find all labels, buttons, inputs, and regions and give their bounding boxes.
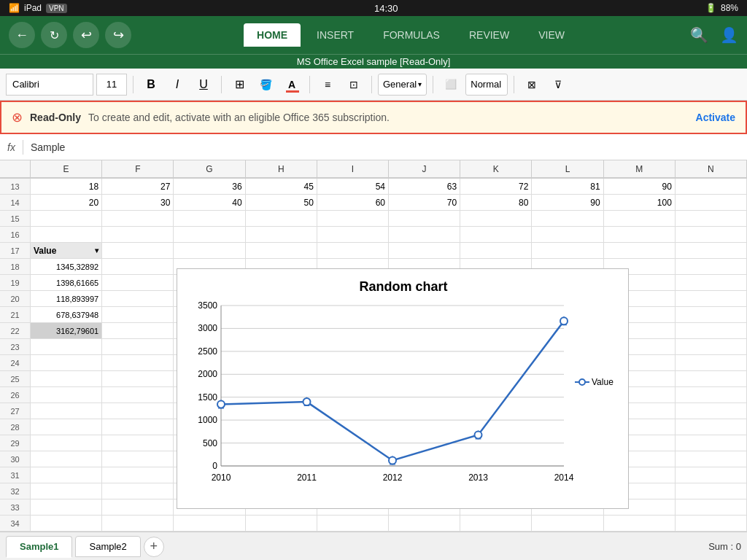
style-button[interactable]: ⬜ [439, 74, 462, 96]
col-header-m[interactable]: M [604, 160, 676, 178]
col-header-g[interactable]: G [174, 160, 245, 178]
col-header-e[interactable]: E [31, 160, 102, 178]
cell[interactable]: 50 [246, 195, 317, 211]
svg-text:Random chart: Random chart [359, 279, 447, 294]
merge-cells-button[interactable]: ⊞ [228, 74, 251, 96]
sep2 [221, 76, 222, 93]
cell[interactable]: 27 [102, 179, 174, 195]
tab-review[interactable]: REVIEW [456, 23, 522, 47]
cell[interactable]: 81 [532, 179, 603, 195]
battery-label: 88% [721, 3, 738, 13]
reload-button[interactable]: ↻ [41, 22, 67, 48]
col-header-h[interactable]: H [246, 160, 317, 178]
search-icon[interactable]: 🔍 [690, 26, 708, 44]
sep4 [371, 76, 372, 93]
svg-point-29 [217, 400, 225, 408]
cell[interactable]: 90 [532, 195, 603, 211]
svg-text:1500: 1500 [198, 392, 217, 402]
col-header-l[interactable]: L [532, 160, 603, 178]
account-icon[interactable]: 👤 [720, 26, 738, 44]
sheet-tab-sample2[interactable]: Sample2 [75, 536, 140, 557]
sep3 [309, 76, 310, 93]
chart-svg: Random chart 0 500 1000 1500 2000 2500 3… [177, 269, 630, 510]
chart-container[interactable]: Random chart 0 500 1000 1500 2000 2500 3… [177, 268, 629, 509]
cell[interactable]: 36 [174, 179, 245, 195]
svg-point-31 [389, 457, 396, 464]
cell[interactable] [676, 195, 747, 211]
status-right: 🔋 88% [705, 3, 738, 13]
cell[interactable]: 30 [102, 195, 174, 211]
tab-insert[interactable]: INSERT [303, 23, 367, 47]
wrap-button[interactable]: ⊡ [342, 74, 365, 96]
table-row: 14 20 30 40 50 60 70 80 90 100 [0, 195, 747, 211]
svg-text:3000: 3000 [198, 323, 217, 333]
svg-text:Value: Value [592, 377, 614, 387]
col-header-j[interactable]: J [389, 160, 460, 178]
tab-home[interactable]: HOME [244, 23, 301, 47]
cell[interactable]: 45 [246, 179, 317, 195]
formula-content[interactable]: Sample [31, 141, 65, 153]
cell[interactable]: 40 [174, 195, 245, 211]
bold-button[interactable]: B [139, 74, 163, 96]
italic-button[interactable]: I [166, 74, 189, 96]
number-format-dropdown[interactable]: General ▾ [378, 74, 427, 96]
nav-buttons: ← ↻ ↩ ↪ [9, 22, 131, 48]
col-header-f[interactable]: F [102, 160, 174, 178]
readonly-icon: ⊗ [12, 109, 23, 125]
tab-formulas[interactable]: FORMULAS [370, 23, 453, 47]
cell[interactable]: 72 [460, 179, 532, 195]
underline-button[interactable]: U [192, 74, 215, 96]
align-button[interactable]: ≡ [316, 74, 339, 96]
font-name-input[interactable] [6, 74, 93, 96]
font-size-input[interactable] [96, 74, 127, 96]
cell[interactable]: 90 [604, 179, 676, 195]
filter-button[interactable]: ⊽ [546, 74, 570, 96]
corner-header [0, 160, 31, 178]
status-bar: 📶 iPad VPN 14:30 🔋 88% [0, 0, 747, 16]
cell[interactable]: 80 [460, 195, 532, 211]
col-header-i[interactable]: I [317, 160, 389, 178]
row-num: 13 [0, 179, 31, 195]
activate-button[interactable]: Activate [696, 112, 735, 123]
normal-dropdown[interactable]: Normal [465, 74, 508, 96]
tab-view[interactable]: VIEW [525, 23, 578, 47]
svg-point-33 [560, 317, 568, 324]
cell[interactable]: 63 [389, 179, 460, 195]
table-row: 15 [0, 211, 747, 227]
readonly-banner: ⊗ Read-Only To create and edit, activate… [0, 101, 747, 134]
svg-text:2014: 2014 [554, 472, 574, 483]
ribbon-tabs: HOME INSERT FORMULAS REVIEW VIEW [143, 23, 678, 47]
table-row: 17 Value ▾ [0, 243, 747, 259]
app-title: MS Office Excel sample [Read-Only] [0, 54, 747, 69]
cell[interactable]: 20 [31, 195, 102, 211]
formula-separator [23, 140, 23, 155]
sheet-tab-sample1[interactable]: Sample1 [6, 536, 72, 558]
cell[interactable] [676, 179, 747, 195]
cell[interactable]: 70 [389, 195, 460, 211]
sheet-tabs: Sample1 Sample2 + Sum : 0 [0, 532, 747, 560]
svg-point-30 [303, 398, 311, 405]
fill-color-button[interactable]: 🪣 [254, 74, 277, 96]
undo-button[interactable]: ↩ [73, 22, 99, 48]
col-header-n[interactable]: N [676, 160, 747, 178]
readonly-message: To create and edit, activate with an eli… [88, 112, 689, 123]
cell[interactable]: 18 [31, 179, 102, 195]
cell[interactable]: 54 [317, 179, 389, 195]
fx-label: fx [7, 141, 15, 153]
svg-text:2013: 2013 [468, 472, 488, 483]
title-bar: ← ↻ ↩ ↪ HOME INSERT FORMULAS REVIEW VIEW… [0, 16, 747, 54]
col-header-k[interactable]: K [460, 160, 532, 178]
wifi-icon: 📶 [9, 3, 20, 13]
svg-text:1000: 1000 [198, 415, 217, 425]
back-button[interactable]: ← [9, 22, 35, 48]
add-sheet-button[interactable]: + [144, 537, 164, 557]
cell[interactable]: 100 [604, 195, 676, 211]
cell[interactable]: 60 [317, 195, 389, 211]
clear-button[interactable]: ⊠ [520, 74, 543, 96]
redo-button[interactable]: ↪ [105, 22, 131, 48]
svg-text:2000: 2000 [198, 369, 217, 379]
svg-text:2500: 2500 [198, 346, 217, 357]
column-headers: E F G H I J K L M N [0, 160, 747, 179]
font-color-button[interactable]: A [280, 74, 303, 96]
font-color-underline [286, 90, 299, 93]
